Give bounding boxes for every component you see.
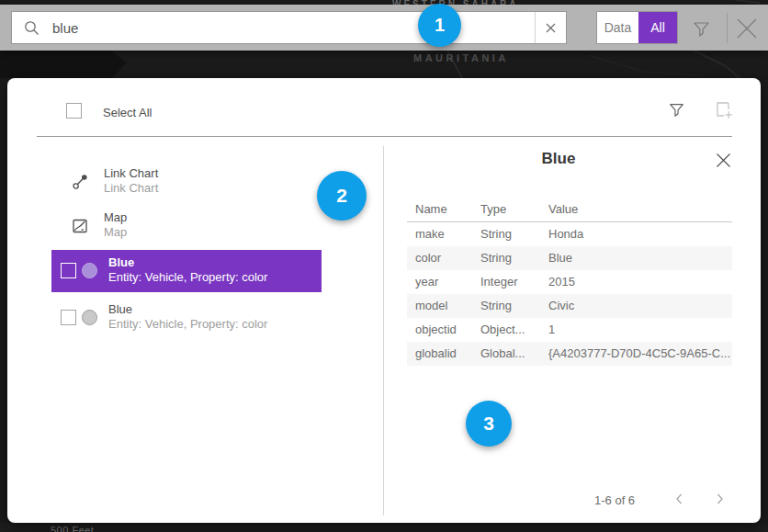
result-checkbox[interactable] bbox=[61, 263, 76, 278]
close-detail-button[interactable] bbox=[713, 152, 733, 172]
property-row-globalid: globalid Global... {A4203777-D70D-4C5C-9… bbox=[407, 342, 732, 366]
callout-badge-3: 3 bbox=[466, 401, 512, 447]
result-subtitle: Entity: Vehicle, Property: color bbox=[108, 270, 267, 285]
chevron-left-icon bbox=[672, 492, 687, 506]
result-row-blue-selected[interactable]: Blue Entity: Vehicle, Property: color bbox=[51, 250, 322, 292]
filter-funnel-icon bbox=[692, 19, 711, 39]
add-selection-icon bbox=[714, 100, 734, 120]
cell-name: globalid bbox=[415, 342, 480, 366]
cell-value: Civic bbox=[548, 294, 732, 318]
cell-value: Blue bbox=[548, 246, 732, 270]
map-icon bbox=[72, 218, 88, 234]
search-toolbar: Data All bbox=[0, 5, 768, 51]
cell-type: String bbox=[480, 222, 548, 246]
toolbar-filter-button[interactable] bbox=[687, 15, 715, 42]
result-title: Blue bbox=[108, 302, 267, 317]
callout-badge-1: 1 bbox=[418, 4, 461, 47]
pagination-label: 1-6 of 6 bbox=[594, 493, 635, 507]
cell-type: Global... bbox=[480, 342, 548, 366]
cell-value: 2015 bbox=[548, 270, 732, 294]
detail-title: Blue bbox=[393, 150, 724, 168]
property-table-header: Name Type Value bbox=[407, 198, 732, 221]
property-row-year: year Integer 2015 bbox=[407, 270, 732, 294]
add-to-selection-button[interactable] bbox=[713, 100, 735, 122]
pagination-next-button[interactable] bbox=[709, 490, 729, 510]
cell-type: String bbox=[480, 246, 548, 270]
result-title: Map bbox=[104, 210, 127, 225]
cell-value: Honda bbox=[548, 222, 732, 246]
clear-x-icon bbox=[546, 23, 556, 33]
cell-value: {A4203777-D70D-4C5C-9A65-C... bbox=[548, 342, 732, 366]
search-scope-toggle: Data All bbox=[596, 11, 678, 44]
cell-type: String bbox=[480, 294, 548, 318]
scope-all-button[interactable]: All bbox=[638, 12, 677, 43]
cell-name: model bbox=[415, 294, 480, 318]
list-detail-divider bbox=[383, 146, 384, 515]
result-subtitle: Link Chart bbox=[104, 181, 158, 196]
close-x-icon bbox=[735, 17, 759, 40]
cell-name: year bbox=[415, 270, 480, 294]
map-scale-label: 500 Feet bbox=[51, 525, 94, 532]
cell-name: make bbox=[415, 222, 480, 246]
callout-badge-2: 2 bbox=[317, 171, 367, 221]
result-row-link-chart[interactable]: Link Chart Link Chart bbox=[51, 161, 322, 203]
cell-value: 1 bbox=[548, 318, 732, 342]
result-subtitle: Entity: Vehicle, Property: color bbox=[108, 317, 267, 332]
column-name: Name bbox=[415, 198, 480, 221]
entity-circle-icon bbox=[82, 310, 97, 325]
cell-name: objectid bbox=[415, 318, 480, 342]
panel-header-divider bbox=[37, 136, 732, 137]
result-title: Blue bbox=[108, 255, 267, 270]
close-search-button[interactable] bbox=[733, 15, 761, 42]
result-checkbox[interactable] bbox=[61, 310, 76, 325]
property-row-make: make String Honda bbox=[407, 222, 732, 246]
property-table: Name Type Value make String Honda color … bbox=[407, 198, 732, 366]
property-row-color: color String Blue bbox=[407, 246, 732, 270]
cell-type: Object... bbox=[480, 318, 548, 342]
chevron-right-icon bbox=[712, 492, 727, 506]
scope-data-button[interactable]: Data bbox=[597, 12, 638, 43]
property-row-model: model String Civic bbox=[407, 294, 732, 318]
search-box bbox=[11, 11, 567, 44]
search-results-panel: Select All Link Chart bbox=[7, 78, 761, 523]
search-icon bbox=[24, 20, 40, 36]
clear-search-button[interactable] bbox=[535, 12, 566, 43]
filter-funnel-icon bbox=[668, 101, 685, 119]
column-value: Value bbox=[548, 198, 732, 221]
cell-name: color bbox=[415, 246, 480, 270]
select-all-label: Select All bbox=[103, 106, 152, 119]
screen: WESTERN SAHARA MAURITANIA 500 Feet Data … bbox=[0, 0, 768, 532]
property-row-objectid: objectid Object... 1 bbox=[407, 318, 732, 342]
results-filter-button[interactable] bbox=[665, 100, 687, 122]
entity-circle-icon bbox=[82, 263, 97, 278]
select-all-checkbox[interactable] bbox=[66, 103, 82, 119]
search-input[interactable] bbox=[51, 11, 535, 44]
result-title: Link Chart bbox=[104, 166, 158, 181]
toolbar-divider bbox=[727, 13, 728, 43]
pagination-prev-button[interactable] bbox=[670, 490, 690, 510]
close-x-icon bbox=[716, 153, 731, 168]
link-chart-icon bbox=[72, 174, 88, 190]
result-row-blue[interactable]: Blue Entity: Vehicle, Property: color bbox=[51, 297, 322, 339]
result-subtitle: Map bbox=[104, 225, 127, 240]
map-label-mauritania: MAURITANIA bbox=[413, 52, 509, 63]
cell-type: Integer bbox=[480, 270, 548, 294]
result-row-map[interactable]: Map Map bbox=[51, 205, 322, 247]
column-type: Type bbox=[480, 198, 548, 221]
